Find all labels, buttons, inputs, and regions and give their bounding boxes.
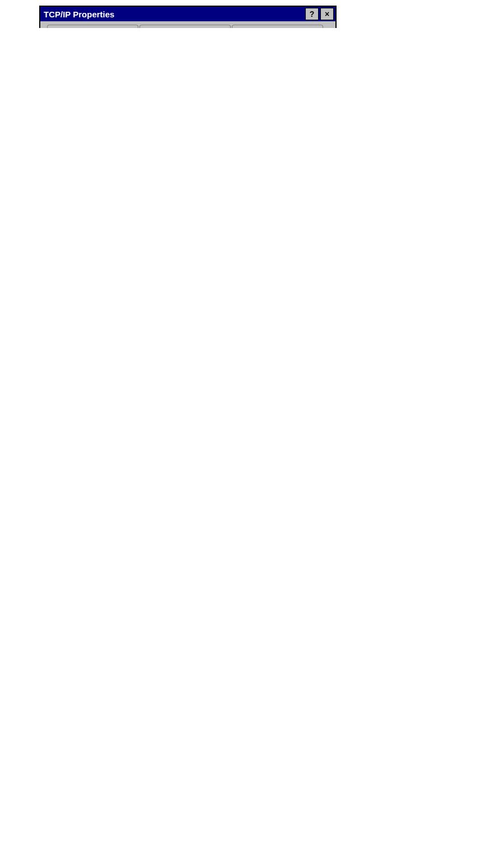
window-title: TCP/IP Properties: [44, 10, 114, 19]
tcpip-properties-dialog: TCP/IP Properties ? × Bindings Advanced …: [39, 6, 337, 28]
titlebar: TCP/IP Properties ? ×: [40, 7, 335, 21]
close-button[interactable]: ×: [320, 8, 334, 20]
help-icon: ?: [310, 10, 315, 18]
tab-advanced[interactable]: Advanced: [139, 25, 231, 28]
tab-strip: Bindings Advanced DNS Configuration Gate…: [40, 21, 335, 28]
tab-bindings[interactable]: Bindings: [47, 25, 138, 28]
close-icon: ×: [325, 10, 329, 18]
help-button[interactable]: ?: [305, 8, 319, 20]
tab-dns-configuration[interactable]: DNS Configuration: [232, 25, 323, 28]
